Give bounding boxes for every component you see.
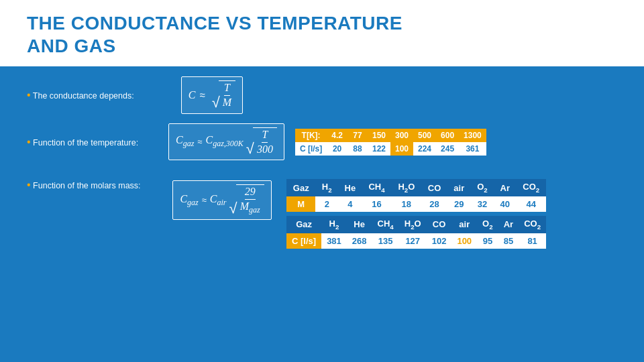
frac-den: M [223, 96, 231, 110]
header: THE CONDUCTANCE VS TEMPERATURE AND GAS [0, 0, 644, 66]
gh-ch4: CH4 [362, 179, 392, 196]
gc-381: 381 [321, 233, 347, 249]
formula-box-3: Cgaz ≈ Cair √ 29 Mgaz [172, 180, 271, 220]
formula-col: Cgaz ≈ Cair √ 29 Mgaz [168, 179, 276, 220]
clis-label: C [l/s] [295, 142, 327, 156]
gc-85: 85 [498, 233, 519, 249]
gas-conductance-table: Gaz H2 He CH4 H2O CO air O2 Ar CO2 C [l/… [286, 216, 546, 249]
gd-M-32: 32 [471, 196, 494, 212]
gas-clis-row: C [l/s] 381 268 135 127 102 100 95 85 81 [286, 233, 546, 249]
temp-77: 77 [347, 129, 368, 142]
gd-M-44: 44 [516, 196, 546, 212]
row-conductance-depends: • The conductance depends: C ≈ √ T M [27, 76, 617, 114]
temp-600: 600 [436, 129, 459, 142]
gh2-co2: CO2 [519, 216, 546, 233]
gas-header-row-2: Gaz H2 He CH4 H2O CO air O2 Ar CO2 [286, 216, 546, 233]
gc-127: 127 [399, 233, 427, 249]
gh-gaz: Gaz [286, 179, 315, 196]
formula-box-1: C ≈ √ T M [181, 76, 243, 114]
temp-header-row: T[K]: 4.2 77 150 300 500 600 1300 [295, 129, 486, 142]
gh2-ar: Ar [498, 216, 519, 233]
temp-1300: 1300 [459, 129, 486, 142]
c-gaz-var: Cgaz [176, 134, 194, 149]
formula-c-approx: C ≈ √ T M [168, 76, 256, 114]
bullet-temperature: • Function of the temperature: [27, 136, 158, 148]
title-line1: THE CONDUCTANCE VS TEMPERATURE [27, 13, 402, 34]
gh-he: He [338, 179, 362, 196]
page-title: THE CONDUCTANCE VS TEMPERATURE AND GAS [27, 12, 402, 57]
gas-tables-col: Gaz H2 He CH4 H2O CO air O2 Ar CO2 M 2 4… [286, 179, 546, 248]
clis-88: 88 [347, 142, 368, 156]
sqrt-wrap-1: √ T M [212, 80, 235, 110]
formula-approx: ≈ [200, 89, 205, 101]
temperature-table-container: T[K]: 4.2 77 150 300 500 600 1300 C [l/s… [295, 129, 486, 156]
gh-ar: Ar [494, 179, 516, 196]
formula-box-2: Cgaz ≈ Cgaz,300K √ T 300 [168, 123, 284, 161]
gd-M-label: M [286, 196, 315, 212]
gh2-air: air [451, 216, 477, 233]
temp-data-row: C [l/s] 20 88 122 100 224 245 361 [295, 142, 486, 156]
row-molars-mass: • Function of the molars mass: Cgaz ≈ Ca… [27, 179, 617, 248]
gc-100-highlight: 100 [451, 233, 477, 249]
gc-clis-label: C [l/s] [286, 233, 321, 249]
temp-500: 500 [413, 129, 436, 142]
clis-245: 245 [436, 142, 459, 156]
row-divider-1 [27, 168, 617, 174]
gh-h2o: H2O [392, 179, 422, 196]
formula-c-var: C [189, 89, 196, 101]
gd-M-2: 2 [315, 196, 338, 212]
gas-header-row-1: Gaz H2 He CH4 H2O CO air O2 Ar CO2 [286, 179, 546, 196]
gc-268: 268 [347, 233, 372, 249]
sqrt-content-1: T M [219, 80, 235, 110]
clis-100-highlight: 100 [390, 142, 413, 156]
gh2-gaz: Gaz [286, 216, 321, 233]
gd-M-4: 4 [338, 196, 362, 212]
gc-81: 81 [519, 233, 546, 249]
bullet-conductance-depends: • The conductance depends: [27, 89, 158, 101]
clis-20: 20 [327, 142, 347, 156]
temp-150: 150 [368, 129, 390, 142]
gh2-he: He [347, 216, 372, 233]
gh-co: CO [421, 179, 447, 196]
temperature-table: T[K]: 4.2 77 150 300 500 600 1300 C [l/s… [295, 129, 486, 156]
temp-300: 300 [390, 129, 413, 142]
gas-molar-table: Gaz H2 He CH4 H2O CO air O2 Ar CO2 M 2 4… [286, 179, 546, 212]
gc-102: 102 [427, 233, 452, 249]
gh2-h2o: H2O [399, 216, 427, 233]
temp-label-header: T[K]: [295, 129, 327, 142]
clis-224: 224 [413, 142, 436, 156]
formula-cgaz: Cgaz ≈ Cgaz,300K √ T 300 [168, 123, 284, 161]
gh-co2: CO2 [516, 179, 546, 196]
gh2-o2: O2 [477, 216, 498, 233]
gd-M-18: 18 [392, 196, 422, 212]
title-line2: AND GAS [27, 36, 116, 56]
gh2-h2: H2 [321, 216, 347, 233]
gh2-co: CO [427, 216, 452, 233]
bullet-molars-mass: • Function of the molars mass: [27, 179, 158, 191]
gas-M-row: M 2 4 16 18 28 29 32 40 44 [286, 196, 546, 212]
gc-135: 135 [372, 233, 399, 249]
gh-h2: H2 [315, 179, 338, 196]
left-col: • Function of the molars mass: [27, 179, 158, 191]
gh-o2: O2 [471, 179, 494, 196]
gd-M-29: 29 [447, 196, 471, 212]
temp-42: 4.2 [327, 129, 347, 142]
gh-air: air [447, 179, 471, 196]
frac-T-M: T M [223, 81, 231, 110]
gd-M-16: 16 [362, 196, 392, 212]
gd-M-28: 28 [421, 196, 447, 212]
clis-122: 122 [368, 142, 390, 156]
row-temperature: • Function of the temperature: Cgaz ≈ Cg… [27, 123, 617, 161]
gd-M-40: 40 [494, 196, 516, 212]
gh2-ch4: CH4 [372, 216, 399, 233]
clis-361: 361 [459, 142, 486, 156]
frac-num: T [224, 81, 230, 96]
main-content: • The conductance depends: C ≈ √ T M [0, 66, 644, 261]
gc-95: 95 [477, 233, 498, 249]
